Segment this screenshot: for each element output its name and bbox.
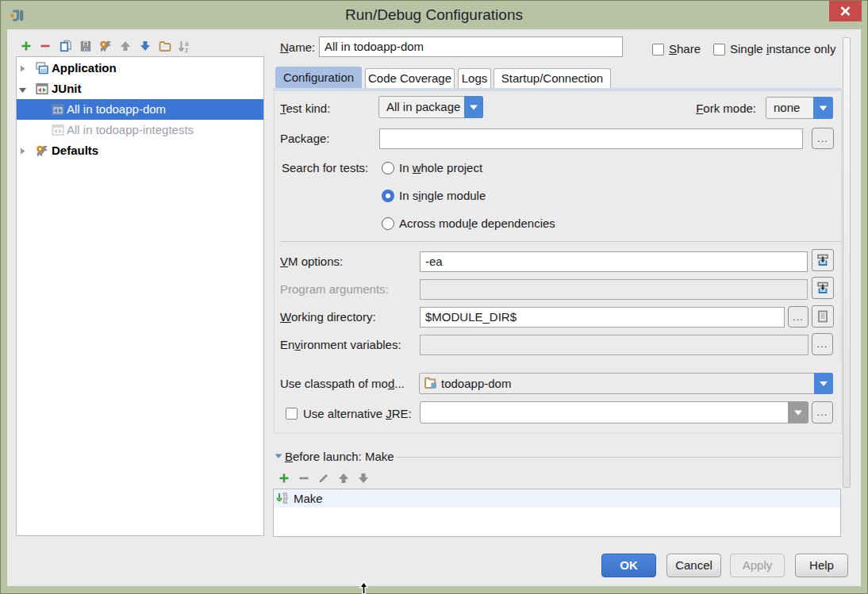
svg-text:01: 01 [283, 500, 288, 504]
svg-text:z: z [185, 46, 188, 54]
